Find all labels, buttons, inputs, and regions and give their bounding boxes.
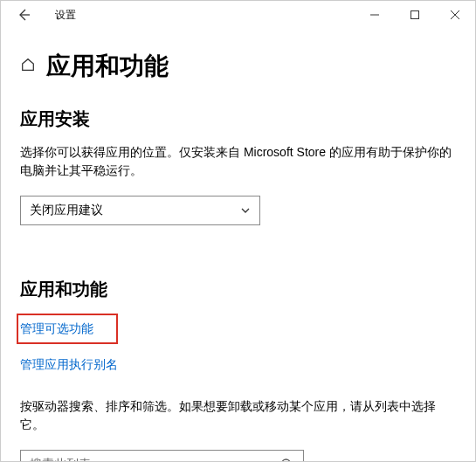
page-title: 应用和功能 bbox=[46, 50, 169, 83]
minimize-button[interactable] bbox=[355, 1, 395, 29]
close-button[interactable] bbox=[435, 1, 475, 29]
arrow-left-icon bbox=[17, 8, 31, 22]
close-icon bbox=[451, 10, 459, 19]
back-button[interactable] bbox=[6, 1, 41, 29]
install-heading: 应用安装 bbox=[20, 107, 456, 131]
window-title: 设置 bbox=[41, 8, 76, 23]
features-heading: 应用和功能 bbox=[20, 278, 456, 301]
app-search-input[interactable]: 搜索此列表 bbox=[20, 450, 304, 462]
minimize-icon bbox=[370, 10, 379, 19]
maximize-button[interactable] bbox=[395, 1, 435, 29]
svg-rect-0 bbox=[411, 11, 419, 19]
manage-optional-features-link[interactable]: 管理可选功能 bbox=[20, 321, 93, 337]
features-description: 按驱动器搜索、排序和筛选。如果想要卸载或移动某个应用，请从列表中选择它。 bbox=[20, 397, 456, 434]
install-source-dropdown[interactable]: 关闭应用建议 bbox=[20, 196, 260, 225]
search-icon bbox=[280, 458, 294, 462]
install-description: 选择你可以获得应用的位置。仅安装来自 Microsoft Store 的应用有助… bbox=[20, 143, 456, 180]
maximize-icon bbox=[410, 10, 419, 19]
manage-app-aliases-link[interactable]: 管理应用执行别名 bbox=[20, 357, 118, 373]
chevron-down-icon bbox=[240, 205, 251, 216]
dropdown-value: 关闭应用建议 bbox=[30, 203, 103, 218]
search-placeholder: 搜索此列表 bbox=[30, 457, 91, 462]
home-icon[interactable] bbox=[20, 57, 36, 76]
